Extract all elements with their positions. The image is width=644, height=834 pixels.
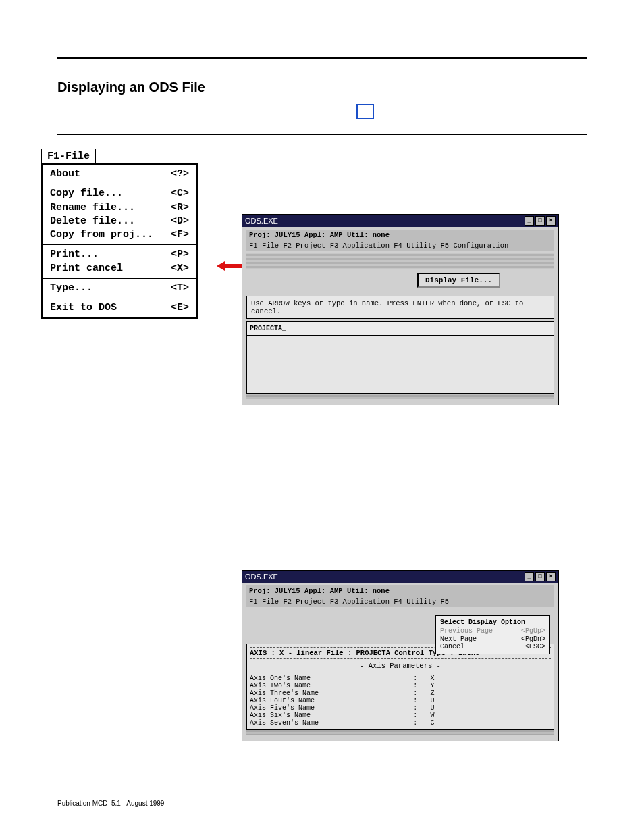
menu-item-about[interactable]: About <?> bbox=[50, 167, 189, 181]
page-top-rule bbox=[57, 57, 587, 59]
arrow-left-icon bbox=[217, 261, 244, 271]
filename-input[interactable]: PROJECTA_ bbox=[246, 321, 554, 336]
menu-bar[interactable]: F1-File F2-Project F3-Application F4-Uti… bbox=[246, 596, 554, 607]
menu-item-label: Print cancel bbox=[50, 262, 123, 276]
section-title: - Axis Parameters - bbox=[250, 662, 551, 670]
menu-item-rename-file[interactable]: Rename file... <R> bbox=[50, 201, 189, 215]
menu-item-delete-file[interactable]: Delete file... <D> bbox=[50, 215, 189, 228]
menu-item-label: Copy from proj... bbox=[50, 228, 153, 242]
select-display-option-panel: Select Display Option Previous Page<PgUp… bbox=[435, 615, 550, 654]
page-sub-rule bbox=[57, 134, 587, 135]
menu-item-label: Delete file... bbox=[50, 215, 135, 228]
footer-text: Publication MCD–5.1 –August 1999 bbox=[57, 800, 164, 807]
menu-item-copy-file[interactable]: Copy file... <C> bbox=[50, 187, 189, 201]
menu-item-label: Exit to DOS bbox=[50, 301, 117, 315]
page-title: Displaying an ODS File bbox=[57, 80, 205, 95]
table-row: Axis Six's Name:W bbox=[250, 712, 551, 719]
menu-item-key: <D> bbox=[171, 215, 189, 228]
menu-item-key: <E> bbox=[171, 301, 189, 315]
table-row: Axis Five's Name:U bbox=[250, 704, 551, 712]
hatch-background bbox=[246, 253, 554, 269]
file-menu: F1-File About <?> Copy file... <C> Renam… bbox=[41, 148, 198, 319]
table-row: Axis Two's Name:Y bbox=[250, 682, 551, 689]
menu-item-copy-from-proj[interactable]: Copy from proj... <F> bbox=[50, 228, 189, 242]
menu-item-label: Copy file... bbox=[50, 187, 123, 201]
menu-item-key: <R> bbox=[171, 201, 189, 215]
maximize-icon[interactable]: □ bbox=[535, 572, 545, 581]
maximize-icon[interactable]: □ bbox=[535, 216, 545, 226]
table-row: Axis Seven's Name:C bbox=[250, 719, 551, 727]
close-icon[interactable]: × bbox=[546, 216, 556, 226]
status-line: Proj: JULY15 Appl: AMP Util: none bbox=[246, 230, 554, 240]
panel-title: Select Display Option bbox=[440, 619, 545, 626]
menu-item-key: <T> bbox=[171, 282, 189, 295]
screenshot-axis-parameters: ODS.EXE _ □ × Proj: JULY15 Appl: AMP Uti… bbox=[242, 570, 559, 741]
empty-area bbox=[246, 336, 554, 394]
screenshot-display-file: ODS.EXE _ □ × Proj: JULY15 Appl: AMP Uti… bbox=[242, 214, 559, 405]
status-line: Proj: JULY15 Appl: AMP Util: none bbox=[246, 585, 554, 596]
minimize-icon[interactable]: _ bbox=[525, 216, 534, 226]
panel-item-cancel[interactable]: Cancel<ESC> bbox=[440, 643, 545, 651]
menu-bar[interactable]: F1-File F2-Project F3-Application F4-Uti… bbox=[246, 240, 554, 251]
menu-item-exit-to-dos[interactable]: Exit to DOS <E> bbox=[50, 301, 189, 315]
menu-item-type[interactable]: Type... <T> bbox=[50, 282, 189, 295]
menu-item-key: <C> bbox=[171, 187, 189, 201]
menu-item-print-cancel[interactable]: Print cancel <X> bbox=[50, 262, 189, 276]
bottom-strip bbox=[246, 394, 554, 399]
menu-item-label: Rename file... bbox=[50, 201, 135, 215]
window-titlebar: ODS.EXE _ □ × bbox=[242, 571, 558, 583]
info-box-icon bbox=[356, 104, 374, 119]
panel-item-prev[interactable]: Previous Page<PgUp> bbox=[440, 627, 545, 635]
prompt-text: Use ARROW keys or type in name. Press EN… bbox=[246, 296, 554, 319]
file-menu-body: About <?> Copy file... <C> Rename file..… bbox=[41, 163, 198, 319]
menu-item-key: <?> bbox=[171, 167, 189, 181]
menu-item-label: About bbox=[50, 167, 80, 181]
menu-item-label: Type... bbox=[50, 282, 92, 295]
window-title: ODS.EXE bbox=[245, 573, 278, 581]
menu-item-key: <F> bbox=[171, 228, 189, 242]
close-icon[interactable]: × bbox=[546, 572, 556, 581]
display-file-button[interactable]: Display File... bbox=[417, 273, 500, 288]
window-titlebar: ODS.EXE _ □ × bbox=[242, 215, 558, 227]
menu-item-key: <P> bbox=[171, 248, 189, 261]
bottom-strip bbox=[246, 730, 554, 735]
file-menu-tab[interactable]: F1-File bbox=[41, 149, 96, 163]
menu-item-label: Print... bbox=[50, 248, 99, 261]
menu-item-key: <X> bbox=[171, 262, 189, 276]
window-title: ODS.EXE bbox=[245, 217, 278, 225]
table-row: Axis One's Name:X bbox=[250, 675, 551, 682]
table-row: Axis Three's Name:Z bbox=[250, 689, 551, 697]
panel-item-next[interactable]: Next Page<PgDn> bbox=[440, 635, 545, 644]
svg-marker-0 bbox=[217, 261, 244, 271]
axis-table: Axis One's Name:X Axis Two's Name:Y Axis… bbox=[250, 673, 551, 727]
table-row: Axis Four's Name:U bbox=[250, 697, 551, 704]
minimize-icon[interactable]: _ bbox=[525, 572, 534, 581]
menu-item-print[interactable]: Print... <P> bbox=[50, 248, 189, 261]
